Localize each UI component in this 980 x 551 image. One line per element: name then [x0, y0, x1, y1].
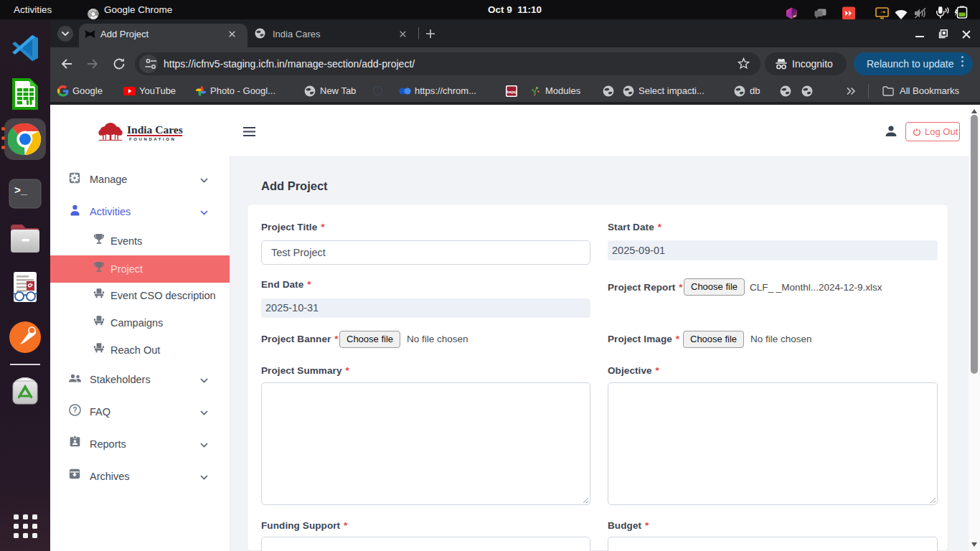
- svg-text:>_: >_: [14, 185, 28, 197]
- svg-text:bajaj: bajaj: [507, 90, 517, 94]
